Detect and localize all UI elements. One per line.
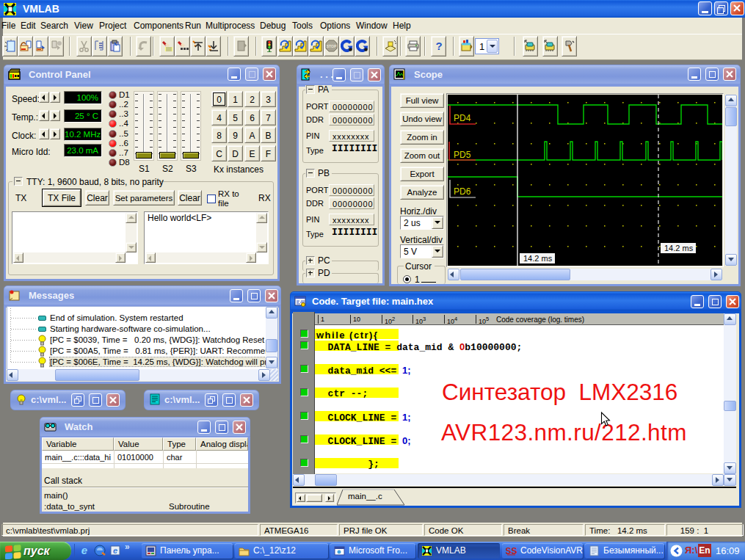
svg-text:e: e [81, 545, 87, 556]
svg-text:PD4: PD4 [454, 113, 471, 123]
svg-text:PD6: PD6 [454, 186, 471, 197]
svg-text:PD5: PD5 [454, 150, 471, 160]
svg-text:14.2 ms: 14.2 ms [664, 244, 694, 252]
svg-text:e: e [113, 546, 117, 555]
svg-text:14.2 ms: 14.2 ms [523, 254, 553, 263]
svg-text:STOP: STOP [327, 44, 337, 48]
svg-text:?: ? [435, 40, 442, 52]
